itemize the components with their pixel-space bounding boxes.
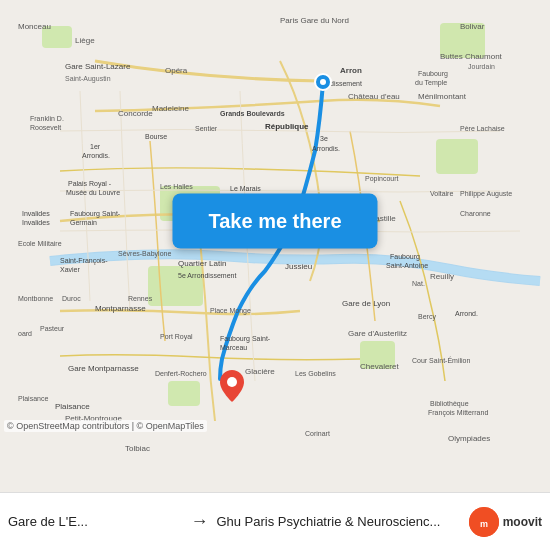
svg-text:m: m xyxy=(480,519,488,529)
svg-text:oard: oard xyxy=(18,330,32,337)
svg-point-90 xyxy=(320,79,326,85)
svg-text:Gare Montparnasse: Gare Montparnasse xyxy=(68,364,139,373)
svg-text:Les Halles: Les Halles xyxy=(160,183,193,190)
svg-text:dissement: dissement xyxy=(330,80,362,87)
svg-text:Sentier: Sentier xyxy=(195,125,218,132)
svg-text:Charonne: Charonne xyxy=(460,210,491,217)
origin-pin xyxy=(313,72,333,92)
svg-text:Pasteur: Pasteur xyxy=(40,325,65,332)
svg-text:Germain: Germain xyxy=(70,219,97,226)
svg-text:Bibliothèque: Bibliothèque xyxy=(430,400,469,408)
svg-text:5e Arrondissement: 5e Arrondissement xyxy=(178,272,236,279)
svg-text:Concorde: Concorde xyxy=(118,109,153,118)
svg-text:Saint-François-: Saint-François- xyxy=(60,257,108,265)
svg-text:Invalides: Invalides xyxy=(22,210,50,217)
from-label: Gare de L'E... xyxy=(8,514,88,529)
from-location: Gare de L'E... xyxy=(8,514,182,529)
svg-text:Tolbiac: Tolbiac xyxy=(125,444,150,453)
svg-text:du Temple: du Temple xyxy=(415,79,447,87)
svg-text:Chevaleret: Chevaleret xyxy=(360,362,399,371)
svg-text:République: République xyxy=(265,122,309,131)
moovit-brand-text: moovit xyxy=(503,515,542,529)
svg-text:Jourdain: Jourdain xyxy=(468,63,495,70)
svg-text:Opéra: Opéra xyxy=(165,66,188,75)
svg-text:Gare Saint-Lazare: Gare Saint-Lazare xyxy=(65,62,131,71)
svg-text:Musée du Louvre: Musée du Louvre xyxy=(66,189,120,196)
svg-text:Ménilmontant: Ménilmontant xyxy=(418,92,467,101)
svg-text:Philippe Auguste: Philippe Auguste xyxy=(460,190,512,198)
svg-text:Plaisance: Plaisance xyxy=(55,402,90,411)
svg-text:Père Lachaise: Père Lachaise xyxy=(460,125,505,132)
svg-text:Cour Saint-Émilion: Cour Saint-Émilion xyxy=(412,356,470,364)
app-container: Monceau Liège Paris Gare du Nord Bolivar… xyxy=(0,0,550,550)
svg-text:Rennes: Rennes xyxy=(128,295,153,302)
map-attribution: © OpenStreetMap contributors | © OpenMap… xyxy=(4,420,207,432)
svg-text:Arrondis.: Arrondis. xyxy=(82,152,110,159)
svg-text:Paris Gare du Nord: Paris Gare du Nord xyxy=(280,16,349,25)
to-location: Ghu Paris Psychiatrie & Neuroscienc... xyxy=(216,514,460,529)
svg-rect-7 xyxy=(168,381,200,406)
svg-text:Bercy: Bercy xyxy=(418,313,436,321)
svg-text:Voltaire: Voltaire xyxy=(430,190,453,197)
svg-text:Gare de Lyon: Gare de Lyon xyxy=(342,299,390,308)
svg-text:Duroc: Duroc xyxy=(62,295,81,302)
svg-text:Xavier: Xavier xyxy=(60,266,81,273)
svg-text:Marceau: Marceau xyxy=(220,344,247,351)
svg-text:Plaisance: Plaisance xyxy=(18,395,48,402)
svg-text:François Mitterrand: François Mitterrand xyxy=(428,409,488,417)
svg-text:Bolivar: Bolivar xyxy=(460,22,485,31)
svg-text:3e: 3e xyxy=(320,135,328,142)
svg-text:Le Marais: Le Marais xyxy=(230,185,261,192)
svg-text:Reuilly: Reuilly xyxy=(430,272,454,281)
svg-text:Quartier Latin: Quartier Latin xyxy=(178,259,226,268)
bottom-bar: Gare de L'E... → Ghu Paris Psychiatrie &… xyxy=(0,492,550,550)
svg-text:Port Royal: Port Royal xyxy=(160,333,193,341)
map-area: Monceau Liège Paris Gare du Nord Bolivar… xyxy=(0,0,550,492)
moovit-logo-icon: m xyxy=(469,507,499,537)
svg-text:Montbonne: Montbonne xyxy=(18,295,53,302)
svg-text:Denfert-Rochero: Denfert-Rochero xyxy=(155,370,207,377)
svg-text:Buttes Chaumont: Buttes Chaumont xyxy=(440,52,503,61)
svg-text:Saint-Antoine: Saint-Antoine xyxy=(386,262,428,269)
moovit-logo: m moovit xyxy=(469,507,542,537)
take-me-there-button[interactable]: Take me there xyxy=(172,194,377,249)
svg-point-91 xyxy=(227,377,237,387)
svg-text:1er: 1er xyxy=(90,143,101,150)
svg-text:Madeleine: Madeleine xyxy=(152,104,189,113)
svg-text:Faubourg: Faubourg xyxy=(390,253,420,261)
svg-text:Les Gobelins: Les Gobelins xyxy=(295,370,336,377)
svg-text:Nat.: Nat. xyxy=(412,280,425,287)
svg-text:Monceau: Monceau xyxy=(18,22,51,31)
svg-text:Place Monge: Place Monge xyxy=(210,307,251,315)
svg-text:Faubourg Saint-: Faubourg Saint- xyxy=(70,210,121,218)
direction-arrow: → xyxy=(190,511,208,532)
svg-text:Saint-Augustin: Saint-Augustin xyxy=(65,75,111,83)
svg-text:Gare d'Austerlitz: Gare d'Austerlitz xyxy=(348,329,407,338)
svg-text:Montparnasse: Montparnasse xyxy=(95,304,146,313)
svg-text:Roosevelt: Roosevelt xyxy=(30,124,61,131)
svg-text:Corinart: Corinart xyxy=(305,430,330,437)
svg-text:Palais Royal -: Palais Royal - xyxy=(68,180,112,188)
to-label: Ghu Paris Psychiatrie & Neuroscienc... xyxy=(216,514,440,529)
svg-text:Invalides: Invalides xyxy=(22,219,50,226)
svg-text:Sèvres-Babylone: Sèvres-Babylone xyxy=(118,250,171,258)
svg-text:Ecole Militaire: Ecole Militaire xyxy=(18,240,62,247)
svg-text:Bourse: Bourse xyxy=(145,133,167,140)
svg-text:Faubourg Saint-: Faubourg Saint- xyxy=(220,335,271,343)
svg-text:Liège: Liège xyxy=(75,36,95,45)
svg-text:Arrondis.: Arrondis. xyxy=(312,145,340,152)
svg-text:Château d'eau: Château d'eau xyxy=(348,92,400,101)
svg-text:Popincourt: Popincourt xyxy=(365,175,399,183)
svg-text:Glacière: Glacière xyxy=(245,367,275,376)
svg-text:Arrond.: Arrond. xyxy=(455,310,478,317)
svg-text:Faubourg: Faubourg xyxy=(418,70,448,78)
svg-text:Jussieu: Jussieu xyxy=(285,262,312,271)
svg-rect-5 xyxy=(436,139,478,174)
svg-text:Arron: Arron xyxy=(340,66,362,75)
svg-text:Franklin D.: Franklin D. xyxy=(30,115,64,122)
svg-text:Olympiades: Olympiades xyxy=(448,434,490,443)
svg-text:Grands Boulevards: Grands Boulevards xyxy=(220,110,285,117)
destination-pin xyxy=(220,370,244,402)
